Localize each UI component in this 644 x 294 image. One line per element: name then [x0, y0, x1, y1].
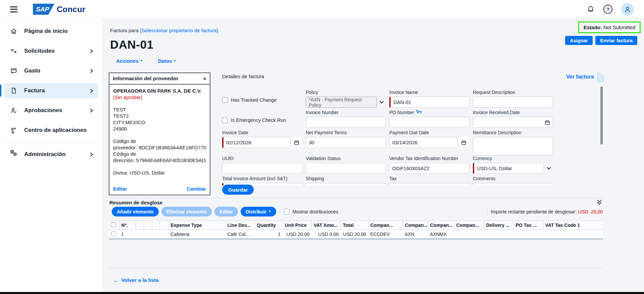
- column-header[interactable]: Line Des...: [225, 221, 255, 230]
- sidebar-item-label: Factura: [24, 87, 45, 94]
- request-description-input[interactable]: [476, 99, 550, 105]
- currency-select[interactable]: USD-US, Dollar: [473, 163, 544, 174]
- cell-po-tax: [513, 230, 543, 239]
- chevron-right-icon: [89, 69, 94, 73]
- payment-due-date-input[interactable]: [392, 140, 455, 145]
- column-header[interactable]: Nº.: [119, 221, 136, 230]
- toolbar-separator: [280, 208, 280, 215]
- add-item-button[interactable]: Añadir elemento: [112, 207, 159, 216]
- collapse-icon[interactable]: «: [203, 75, 206, 82]
- column-header[interactable]: Unit Price: [283, 221, 311, 230]
- po-help-cursor-icon[interactable]: ?: [416, 110, 422, 115]
- footer-divider: [109, 268, 603, 268]
- column-header[interactable]: Compan...: [403, 221, 428, 230]
- sidebar-item-expense[interactable]: Gasto: [4, 63, 98, 79]
- sidebar-item-administration[interactable]: ⚙⚙ Administración: [4, 147, 98, 162]
- save-button[interactable]: Guardar: [222, 185, 254, 195]
- remittance-description-input[interactable]: [476, 139, 550, 145]
- po-number-input[interactable]: [392, 119, 466, 125]
- double-chevron-down-icon[interactable]: [597, 199, 602, 205]
- calendar-icon[interactable]: [459, 137, 469, 148]
- view-invoice-link[interactable]: Ver factura: [566, 74, 594, 80]
- show-distributions-label: Mostrar distribuciones: [292, 209, 338, 214]
- column-header[interactable]: [136, 221, 144, 230]
- app-center-icon: [10, 127, 19, 134]
- cell-unit-price: USD 20.00: [283, 230, 311, 239]
- table-row[interactable]: 1 Cafeteria Café Col... 1 USD 20.00 USD …: [109, 230, 603, 239]
- tax-input[interactable]: [389, 183, 469, 186]
- vendor-tax-id-input[interactable]: [392, 165, 466, 171]
- column-header[interactable]: [152, 221, 160, 230]
- help-icon[interactable]: ?: [603, 5, 612, 14]
- column-header[interactable]: Compan...: [368, 221, 403, 230]
- select-owner-link[interactable]: [Seleccionar propietario de factura]: [140, 28, 218, 33]
- hamburger-icon[interactable]: [10, 6, 17, 12]
- column-header[interactable]: VAT Amo...: [311, 221, 341, 230]
- submit-invoice-button[interactable]: Enviar factura: [595, 36, 637, 45]
- distribute-button[interactable]: Distribuir▼: [241, 207, 276, 216]
- vendor-address-line: TEST: [113, 106, 206, 113]
- delete-item-button[interactable]: Eliminar elemento: [161, 207, 212, 216]
- edit-item-button[interactable]: Editar: [214, 207, 238, 216]
- bell-icon[interactable]: [587, 5, 595, 13]
- sap-concur-logo[interactable]: SAP Concur: [33, 4, 85, 15]
- vendor-edit-link[interactable]: Editar: [113, 186, 127, 192]
- chevron-down-icon: ▼: [173, 59, 176, 62]
- assign-button[interactable]: Asignar: [565, 36, 593, 45]
- status-label: Estado:: [584, 24, 602, 30]
- calendar-icon[interactable]: [545, 120, 550, 125]
- column-header[interactable]: Delivery ...: [484, 221, 513, 230]
- column-header[interactable]: PO Tax ...: [513, 221, 543, 230]
- details-scrollbar[interactable]: [600, 87, 603, 144]
- column-header[interactable]: [160, 221, 168, 230]
- show-distributions-checkbox[interactable]: [284, 209, 290, 214]
- sidebar-item-home[interactable]: Página de inicio: [4, 23, 98, 39]
- sidebar-item-requests[interactable]: Solicitudes: [4, 43, 98, 59]
- actions-menu[interactable]: Acciones▼: [116, 58, 143, 64]
- calendar-icon[interactable]: [292, 137, 302, 148]
- cell-company-4: [454, 230, 484, 239]
- row-checkbox[interactable]: [111, 231, 116, 236]
- column-header[interactable]: Compan...: [428, 221, 454, 230]
- invoice-name-input[interactable]: [393, 99, 466, 105]
- top-header: SAP Concur ?: [0, 0, 644, 19]
- select-all-checkbox[interactable]: [111, 222, 116, 227]
- chevron-down-icon[interactable]: [546, 166, 551, 171]
- uuid-input[interactable]: [225, 165, 299, 171]
- menu-row: Acciones▼ Datos▼: [116, 58, 176, 64]
- sidebar-item-app-center[interactable]: Centro de aplicaciones: [4, 122, 98, 138]
- column-header[interactable]: Expense Type: [168, 221, 225, 230]
- column-header[interactable]: [144, 221, 152, 230]
- invoice-number-input[interactable]: [309, 119, 383, 125]
- cell-line-description: Café Col...: [225, 230, 255, 239]
- chevron-down-icon[interactable]: [379, 100, 384, 105]
- invoice-received-date-input[interactable]: [476, 119, 550, 125]
- admin-gears-icon: ⚙⚙: [10, 150, 19, 158]
- column-header[interactable]: Total: [341, 221, 368, 230]
- invoice-date-input[interactable]: [226, 140, 288, 145]
- net-payment-terms-input[interactable]: [309, 140, 383, 145]
- invoice-owner-line: Factura para [Seleccionar propietario de…: [110, 28, 218, 33]
- currency-field: Currency USD-US, Dollar: [473, 156, 553, 176]
- field-label: Remittance Description: [473, 130, 553, 135]
- column-header[interactable]: VAT Tax Code 1: [543, 221, 603, 230]
- avatar-icon[interactable]: [621, 3, 634, 16]
- shipping-input[interactable]: [306, 183, 386, 186]
- document-icon[interactable]: [596, 72, 605, 83]
- sidebar-item-invoice[interactable]: Factura: [4, 83, 98, 98]
- comments-input[interactable]: [473, 183, 553, 186]
- approvals-icon: [10, 107, 19, 114]
- cell-vat-amount: USD 0.00: [311, 230, 341, 239]
- column-header[interactable]: Compan...: [454, 221, 484, 230]
- request-description-field: Request Description: [473, 90, 553, 110]
- validation-status-input[interactable]: [309, 165, 383, 171]
- data-menu[interactable]: Datos▼: [158, 58, 177, 64]
- has-tracked-change-checkbox[interactable]: [222, 97, 228, 103]
- sidebar-item-approvals[interactable]: Aprobaciones: [4, 103, 98, 118]
- back-to-list-link[interactable]: ← Volver a la lista: [113, 277, 159, 283]
- vendor-info-panel: Información del proveedor « OPERADORA GI…: [109, 72, 210, 195]
- is-emergency-check-run-checkbox[interactable]: [222, 117, 228, 123]
- column-header[interactable]: Quantity: [255, 221, 283, 230]
- vendor-change-link[interactable]: Cambiar: [187, 186, 206, 192]
- policy-select[interactable]: *AXN - Payment Request Policy: [306, 97, 377, 108]
